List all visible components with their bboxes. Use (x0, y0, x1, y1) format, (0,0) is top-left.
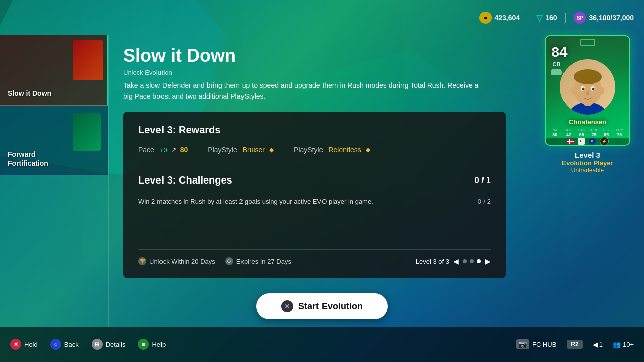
sp-display: SP 36,100/37,000 (574, 12, 634, 24)
rewards-title: Level 3: Rewards (138, 124, 491, 136)
svg-point-8 (586, 91, 589, 95)
hold-action[interactable]: ✕ Hold (10, 339, 38, 350)
pagination-dots (463, 259, 481, 263)
stat-dri: DRI 75 (591, 128, 597, 137)
player-card: 84 CB (545, 35, 630, 146)
stat-phy-label: PHY (616, 128, 623, 132)
left-arrow: ◀ (593, 341, 598, 348)
back-button-icon: ○ (50, 339, 61, 350)
vc-icon: ▽ (536, 13, 542, 23)
sidebar-item-label-1: Slow it Down (8, 88, 51, 98)
evo-badge: ⚡ (600, 137, 609, 146)
playstyle1-icon: ◆ (269, 146, 274, 153)
player-level: Level 3 (575, 151, 600, 159)
user-count-value: 10+ (623, 341, 634, 348)
card-rating: 84 (552, 45, 568, 59)
svg-point-7 (592, 88, 594, 90)
bottom-right: 📷 FC HUB R2 ◀ 1 👥 10+ (516, 339, 634, 349)
stat-sho-label: SHO (565, 128, 572, 132)
stat-dri-value: 75 (591, 132, 596, 137)
user-icon: 👥 (613, 341, 621, 348)
club-badge: B (589, 138, 596, 145)
playstyle2-icon: ◆ (366, 146, 370, 153)
player-card-container: 84 CB (541, 35, 634, 174)
details-label: Details (106, 341, 126, 348)
card-footer: 🏆 Unlock Within 20 Days ⏱ Expires In 27 … (138, 249, 491, 265)
help-label: Help (152, 341, 166, 348)
unlock-footer: 🏆 Unlock Within 20 Days (138, 257, 215, 265)
challenges-title: Level 3: Challenges (138, 174, 232, 186)
stat-pac-value: 80 (552, 132, 557, 137)
camera-icon: 📷 (516, 339, 529, 349)
card-stats-row: PAC 80 SHO 42 PAS 68 DRI 75 DEF 85 PHY 7… (549, 128, 626, 137)
start-evolution-label: Start Evolution (298, 301, 363, 312)
stat-def: DEF 85 (603, 128, 610, 137)
player-tradeable: Untradeable (571, 167, 604, 174)
page-description: Take a slow Defender and bring them up t… (123, 80, 486, 102)
top-bar: ● 423,604 ▽ 160 SP 36,100/37,000 (479, 0, 645, 35)
card-position: CB (553, 61, 561, 67)
playstyle2-label: PlayStyle (294, 146, 323, 154)
stat-pac: PAC 80 (551, 128, 558, 137)
pace-arrow: ↗ (171, 146, 176, 153)
sp-value: 36,100/37,000 (589, 14, 634, 22)
coins-display: ● 423,604 (479, 12, 520, 24)
dot-3 (477, 259, 481, 263)
prev-level-button[interactable]: ◀ (453, 257, 459, 265)
coins-icon: ● (479, 12, 492, 24)
stat-sho-value: 42 (566, 132, 571, 137)
svg-point-10 (599, 87, 604, 94)
user-count: 👥 10+ (613, 341, 634, 348)
sidebar-item-forward-fortification[interactable]: Forward Fortification (0, 106, 108, 176)
stat-pas: PAS 68 (578, 128, 585, 137)
challenge-text: Win 2 matches in Rush by at least 2 goal… (138, 198, 373, 205)
back-action[interactable]: ○ Back (50, 339, 79, 350)
rewards-row: Pace +0 ↗ 80 PlayStyle Bruiser ◆ PlaySty… (138, 146, 491, 164)
details-action[interactable]: ⊞ Details (92, 339, 126, 350)
main-content: Slow it Down Unlock Evolution Take a slo… (108, 35, 543, 327)
vc-value: 160 (545, 14, 557, 22)
unlock-text: Unlock Within 20 Days (149, 258, 215, 265)
sidebar: Slow it Down Forward Fortification (0, 35, 108, 352)
expires-text: Expires In 27 Days (236, 258, 291, 265)
start-evolution-button[interactable]: ✕ Start Evolution (256, 293, 388, 319)
pace-change: +0 (159, 146, 167, 154)
pagination-label: Level 3 of 3 (416, 258, 449, 265)
playstyle1-label: PlayStyle (208, 146, 237, 154)
divider1 (528, 13, 528, 23)
fc-hub-label: FC HUB (532, 341, 556, 348)
pace-reward: Pace +0 ↗ 80 (138, 146, 188, 154)
challenge-count: 0 / 2 (478, 198, 491, 205)
pace-label: Pace (138, 146, 154, 154)
expires-icon: ⏱ (225, 257, 233, 265)
stat-dri-label: DRI (591, 128, 597, 132)
vc-display: ▽ 160 (536, 13, 557, 23)
help-action[interactable]: ≡ Help (138, 339, 166, 350)
stat-phy-value: 76 (617, 132, 622, 137)
playstyle2-value: Relentless (328, 146, 361, 154)
card-preview-1 (73, 40, 103, 80)
help-button-icon: ≡ (138, 339, 149, 350)
playstyle2-reward: PlayStyle Relentless ◆ (294, 146, 370, 154)
sidebar-item-slow-it-down[interactable]: Slow it Down (0, 35, 108, 106)
denmark-flag (567, 139, 574, 144)
card-panel: Level 3: Rewards Pace +0 ↗ 80 PlayStyle … (123, 112, 506, 278)
nav-num: 1 (599, 341, 603, 348)
nav-arrows: ◀ 1 (593, 341, 603, 348)
pace-final: 80 (180, 146, 188, 154)
divider2 (565, 13, 566, 23)
stat-sho: SHO 42 (565, 128, 572, 137)
page-subtitle: Unlock Evolution (123, 69, 528, 76)
svg-point-6 (582, 88, 584, 90)
challenge-row: Win 2 matches in Rush by at least 2 goal… (138, 194, 491, 209)
hold-button-icon: ✕ (10, 339, 21, 350)
stat-def-label: DEF (603, 128, 610, 132)
back-label: Back (64, 341, 79, 348)
hold-label: Hold (24, 341, 38, 348)
dot-2 (470, 259, 474, 263)
stat-phy: PHY 76 (616, 128, 623, 137)
challenges-progress: 0 / 1 (475, 176, 491, 185)
page-title: Slow it Down (123, 45, 528, 66)
next-level-button[interactable]: ▶ (485, 257, 491, 265)
card-preview-2 (73, 113, 101, 151)
